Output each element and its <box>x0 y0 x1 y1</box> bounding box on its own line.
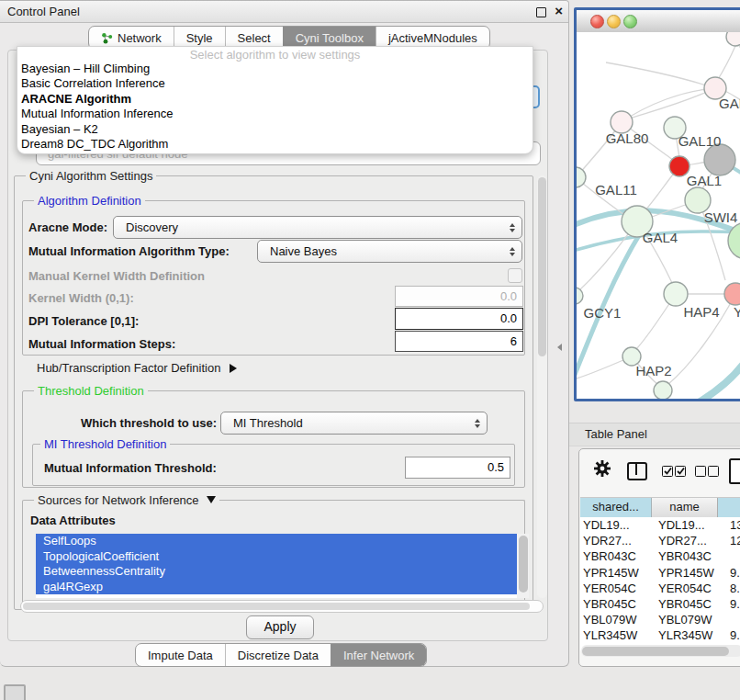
cyni-bottom-tabbar: Impute Data Discretize Data Infer Networ… <box>135 643 427 667</box>
list-vertical-scrollbar[interactable] <box>517 534 529 598</box>
control-panel-titlebar[interactable]: Control Panel × <box>0 1 568 23</box>
network-graph[interactable]: GALGAL80GAL10GAL1GAL11SWI4GAL4GCY1HAP4YH… <box>577 32 740 399</box>
node-label: HAP4 <box>683 304 719 320</box>
node-label: GAL <box>719 96 740 111</box>
attribute-item[interactable]: BetweennessCentrality <box>36 564 529 580</box>
window-grip[interactable] <box>4 684 26 700</box>
dpi-tolerance-field[interactable]: 0.0 <box>395 308 523 330</box>
panel-splitter-handle[interactable] <box>557 344 562 351</box>
network-node[interactable] <box>664 282 688 306</box>
minimize-window-icon[interactable] <box>607 15 621 28</box>
mi-type-combo[interactable]: Naive Bayes <box>257 240 522 263</box>
manual-kernel-width-label: Manual Kernel Width Definition <box>28 269 205 283</box>
node-label: GAL1 <box>687 173 722 188</box>
node-label: GAL11 <box>595 182 637 198</box>
dropdown-item-selected[interactable]: ARACNE Algorithm <box>17 92 533 107</box>
table-row[interactable]: YPR145WYPR145W9. <box>580 565 740 581</box>
table-row[interactable]: YDR27...YDR27...12 <box>580 533 740 548</box>
dropdown-item[interactable]: Bayesian – K2 <box>17 122 533 137</box>
sources-group: Sources for Network Inference Data Attri… <box>22 500 525 604</box>
table-cell <box>719 548 730 564</box>
table-body[interactable]: YDL19...YDL19...13YDR27...YDR27...12YBR0… <box>580 517 740 650</box>
which-threshold-combo[interactable]: MI Threshold <box>220 412 488 435</box>
dpi-tolerance-label: DPI Tolerance [0,1]: <box>28 314 139 328</box>
network-node[interactable] <box>577 288 583 304</box>
tab-discretize-data[interactable]: Discretize Data <box>225 644 331 666</box>
close-window-icon[interactable] <box>590 15 604 28</box>
float-window-icon[interactable] <box>536 7 546 17</box>
table-panel-title: Table Panel <box>585 427 647 441</box>
table-horizontal-scrollbar[interactable] <box>581 645 740 657</box>
table-row[interactable]: YDL19...YDL19...13 <box>580 517 740 533</box>
control-panel-window: Control Panel × Network Style Select Cyn… <box>0 0 569 667</box>
table-cell: YDR27... <box>580 533 653 548</box>
table-cell: 13 <box>719 517 740 533</box>
manual-kernel-width-checkbox[interactable] <box>508 268 522 283</box>
close-panel-icon[interactable]: × <box>555 3 563 18</box>
table-cell: 9. <box>719 596 740 612</box>
threshold-definition-group: Threshold Definition Which threshold to … <box>22 390 525 488</box>
table-row[interactable]: YBL079WYBL079W <box>580 612 740 627</box>
checked-checkbox-icon[interactable] <box>675 466 686 477</box>
network-window-titlebar[interactable] <box>577 10 740 33</box>
zoom-window-icon[interactable] <box>623 15 637 28</box>
mi-threshold-group: MI Threshold Definition Mutual Informati… <box>32 444 515 486</box>
group-title: MI Threshold Definition <box>40 437 170 451</box>
settings-horizontal-scrollbar[interactable] <box>20 600 544 613</box>
scrollbar-thumb[interactable] <box>519 536 528 593</box>
network-node[interactable] <box>704 144 735 175</box>
split-columns-icon[interactable] <box>627 462 647 480</box>
kernel-width-label: Kernel Width (0,1): <box>28 291 134 305</box>
unchecked-checkbox-icon[interactable] <box>695 466 706 477</box>
mi-threshold-field[interactable]: 0.5 <box>405 457 510 479</box>
settings-vertical-scrollbar[interactable] <box>537 175 547 598</box>
scrollbar-thumb[interactable] <box>538 177 546 356</box>
attribute-item[interactable]: TopologicalCoefficient <box>36 549 529 565</box>
dropdown-item[interactable]: Basic Correlation Inference <box>17 76 533 91</box>
table-cell: YPR145W <box>653 565 719 581</box>
network-node[interactable] <box>724 283 740 305</box>
hub-definition-expander[interactable]: Hub/Transcription Factor Definition <box>37 361 237 375</box>
column-header-shared-name[interactable]: shared... <box>580 498 652 517</box>
unchecked-checkbox-icon[interactable] <box>708 466 719 477</box>
app-screen: Control Panel × Network Style Select Cyn… <box>0 0 740 700</box>
mi-type-label: Mutual Information Algorithm Type: <box>28 244 230 258</box>
data-attributes-list[interactable]: SelfLoopsTopologicalCoefficientBetweenne… <box>36 534 529 598</box>
table-row[interactable]: YER054CYER054C8. <box>580 581 740 596</box>
kernel-width-field[interactable]: 0.0 <box>395 286 523 307</box>
table-cell: YBR045C <box>653 596 719 612</box>
table-row[interactable]: YBR043CYBR043C <box>580 548 740 564</box>
table-header-row: shared... name <box>580 497 740 518</box>
mi-threshold-label: Mutual Information Threshold: <box>44 461 217 475</box>
aracne-mode-combo[interactable]: Discovery <box>113 216 522 239</box>
checked-checkbox-icon[interactable] <box>662 466 673 477</box>
combo-spinner-icon <box>475 419 480 428</box>
network-canvas[interactable]: GALGAL80GAL10GAL1GAL11SWI4GAL4GCY1HAP4YH… <box>577 32 740 399</box>
network-node[interactable] <box>654 381 672 399</box>
network-node[interactable] <box>726 32 740 46</box>
gear-icon[interactable] <box>593 459 611 478</box>
network-view-window: GALGAL80GAL10GAL1GAL11SWI4GAL4GCY1HAP4YH… <box>574 7 740 401</box>
mi-steps-field[interactable]: 6 <box>395 331 523 352</box>
algorithm-definition-group: Algorithm Definition Aracne Mode: Discov… <box>22 200 525 356</box>
dropdown-item[interactable]: Dream8 DC_TDC Algorithm <box>17 137 533 152</box>
document-icon[interactable] <box>729 458 740 484</box>
scrollbar-thumb[interactable] <box>582 647 729 656</box>
apply-button[interactable]: Apply <box>246 615 314 639</box>
tab-impute-data[interactable]: Impute Data <box>136 644 225 666</box>
node-label: SWI4 <box>704 209 738 225</box>
column-header-partial[interactable] <box>718 498 740 517</box>
dropdown-item[interactable]: Bayesian – Hill Climbing <box>17 62 533 76</box>
table-row[interactable]: YBR045CYBR045C9. <box>580 596 740 612</box>
scrollbar-thumb[interactable] <box>23 603 530 610</box>
table-cell: YBR045C <box>580 596 653 612</box>
attribute-item[interactable]: gal4RGexp <box>36 580 529 595</box>
dropdown-placeholder: Select algorithm to view settings <box>17 47 533 62</box>
tab-infer-network[interactable]: Infer Network <box>331 644 426 666</box>
table-row[interactable]: YLR345WYLR345W9. <box>580 627 740 643</box>
table-panel-titlebar[interactable]: Table Panel <box>569 423 740 446</box>
dropdown-item[interactable]: Mutual Information Inference <box>17 107 533 121</box>
column-header-name[interactable]: name <box>652 498 718 517</box>
sources-expander[interactable]: Sources for Network Inference <box>34 493 219 507</box>
attribute-item[interactable]: SelfLoops <box>36 534 529 549</box>
